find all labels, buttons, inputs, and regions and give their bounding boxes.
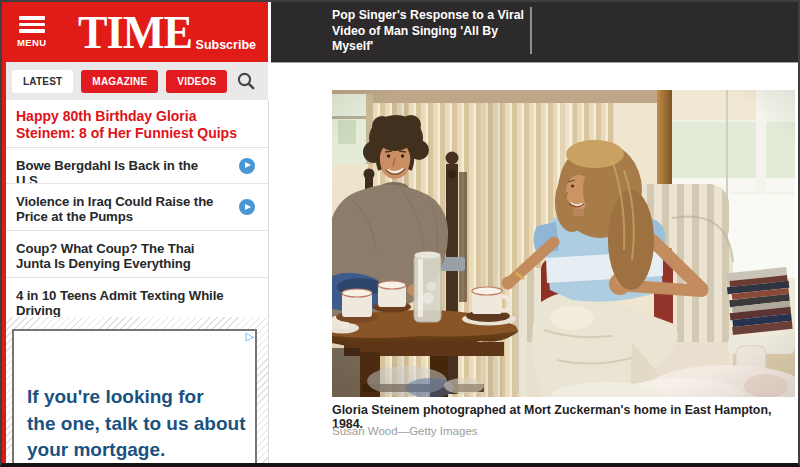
ad-copy: If you're looking for the one, talk to u… <box>27 384 252 464</box>
news-item[interactable]: Bowe Bergdahl Is Back in the U.S. <box>6 148 268 184</box>
divider <box>530 7 532 54</box>
vignette <box>332 90 795 397</box>
news-item[interactable]: Coup? What Coup? The Thai Junta Is Denyi… <box>6 231 268 278</box>
time-website-screenshot: MENU TIME Subscribe Pop Singer's Respons… <box>0 0 800 467</box>
tab-latest[interactable]: LATEST <box>12 70 73 93</box>
tab-videos[interactable]: VIDEOS <box>166 70 227 93</box>
time-logo[interactable]: TIME <box>78 6 192 59</box>
play-icon <box>239 199 255 215</box>
ad-slot: ▷ If you're looking for the one, talk to… <box>6 317 269 465</box>
news-item-title: 4 in 10 Teens Admit Texting While Drivin… <box>16 288 224 317</box>
subscribe-button[interactable]: Subscribe <box>196 38 256 52</box>
photo-credit: Susan Wood—Getty Images <box>332 425 478 437</box>
news-item[interactable]: Violence in Iraq Could Raise the Price a… <box>6 184 268 231</box>
site-header: MENU TIME Subscribe <box>2 2 268 62</box>
news-item-title: Coup? What Coup? The Thai Junta Is Denyi… <box>16 241 194 271</box>
search-icon[interactable] <box>236 71 256 91</box>
ad-line: your mortgage. <box>27 437 252 464</box>
left-accent-stripe <box>2 62 6 465</box>
section-tabs: LATEST MAGAZINE VIDEOS <box>2 62 268 100</box>
menu-icon[interactable] <box>19 16 45 33</box>
adchoices-icon[interactable]: ▷ <box>246 331 254 342</box>
latest-news-list: Happy 80th Birthday Gloria Steinem: 8 of… <box>6 100 269 317</box>
news-item[interactable]: 4 in 10 Teens Admit Texting While Drivin… <box>6 278 268 317</box>
news-item-title: Bowe Bergdahl Is Back in the U.S. <box>16 158 198 184</box>
play-icon <box>239 158 255 174</box>
menu-label[interactable]: MENU <box>17 37 47 48</box>
news-item-title: Violence in Iraq Could Raise the Price a… <box>16 194 213 224</box>
mortgage-ad[interactable]: ▷ If you're looking for the one, talk to… <box>12 329 257 467</box>
top-story-link[interactable]: Pop Singer's Response to a Viral Video o… <box>332 8 538 55</box>
tab-magazine[interactable]: MAGAZINE <box>81 70 158 93</box>
top-story-bar: Pop Singer's Response to a Viral Video o… <box>271 2 798 63</box>
article-photo <box>332 90 795 397</box>
ad-line: the one, talk to us about <box>27 411 252 438</box>
ad-line: If you're looking for <box>27 384 252 411</box>
featured-headline[interactable]: Happy 80th Birthday Gloria Steinem: 8 of… <box>6 100 268 148</box>
